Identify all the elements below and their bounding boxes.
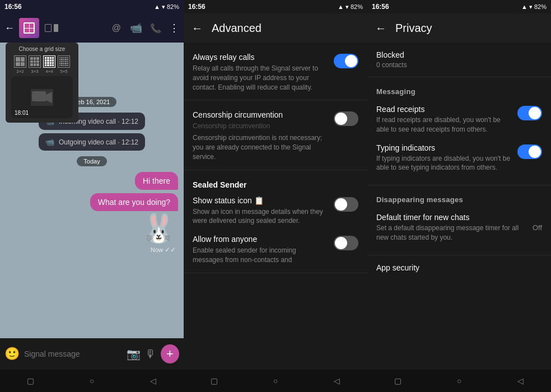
messaging-title: Messaging bbox=[376, 87, 542, 96]
disappearing-section: Disappearing messages Default timer for … bbox=[367, 185, 551, 255]
sealed-sender-section: Sealed Sender Show status icon 📋 Show an… bbox=[184, 170, 367, 273]
default-timer-title: Default timer for new chats bbox=[376, 213, 527, 222]
message-timestamp: Now ✓✓ bbox=[151, 246, 176, 254]
nav-back-3[interactable]: ◁ bbox=[512, 375, 529, 386]
privacy-header: ← Privacy bbox=[367, 13, 551, 43]
nav-circle-1[interactable]: ○ bbox=[83, 375, 100, 386]
message-input[interactable] bbox=[24, 349, 122, 358]
video-call-out-icon: 📹 bbox=[45, 138, 54, 146]
grid-label-4: 5×5 bbox=[60, 69, 68, 74]
signal-strength-icon-3: ▲ bbox=[521, 3, 527, 10]
contact-avatar[interactable] bbox=[19, 18, 39, 38]
sealed-sender-label: Sealed Sender bbox=[193, 180, 358, 189]
outgoing-call-text: Outgoing video call · 12:12 bbox=[59, 138, 138, 146]
nav-bar-1: ▢ ○ ◁ bbox=[0, 370, 184, 392]
grid-label-1: 2×2 bbox=[16, 69, 24, 74]
allow-anyone-title: Allow from anyone bbox=[193, 235, 328, 244]
censorship-row: Censorship circumvention Censorship circ… bbox=[193, 110, 358, 161]
grid-label-2: 3×3 bbox=[31, 69, 39, 74]
messages-container: Feb 16, 2021 📹 Incoming video call · 12:… bbox=[0, 90, 184, 338]
grid-option-3[interactable]: 4×4 bbox=[43, 55, 55, 74]
wifi-icon-2: ▾ bbox=[345, 3, 349, 11]
chat-panel: 16:56 ▲ ▾ 82% ← @ 📹 📞 ⋮ bbox=[0, 0, 184, 392]
phone-call-icon[interactable]: 📞 bbox=[150, 23, 161, 34]
censorship-section: Censorship circumvention Censorship circ… bbox=[184, 100, 367, 170]
status-icons-2: ▲ ▾ 82% bbox=[338, 3, 363, 11]
advanced-title: Advanced bbox=[212, 22, 262, 35]
status-bar-3: 16:56 ▲ ▾ 82% bbox=[367, 0, 551, 13]
battery-1: 82% bbox=[167, 3, 179, 10]
signal-strength-icon: ▲ bbox=[154, 3, 160, 10]
nav-square-1[interactable]: ▢ bbox=[22, 375, 39, 386]
status-icon-toggle[interactable] bbox=[334, 197, 358, 212]
video-call-icon[interactable]: 📹 bbox=[130, 22, 142, 34]
camera-icon[interactable]: 📷 bbox=[127, 347, 141, 361]
today-badge: Today bbox=[77, 156, 106, 166]
back-icon[interactable]: ← bbox=[4, 22, 15, 34]
video-thumbnail: 18:01 bbox=[11, 76, 73, 118]
grid-option-4[interactable]: 5×5 bbox=[58, 55, 70, 74]
blocked-count: 0 contacts bbox=[376, 61, 542, 69]
time-1: 16:56 bbox=[4, 3, 22, 11]
privacy-panel: 16:56 ▲ ▾ 82% ← Privacy Blocked 0 contac… bbox=[367, 0, 551, 392]
default-timer-row[interactable]: Default timer for new chats Set a defaul… bbox=[376, 208, 542, 247]
grid-size-popup: Choose a grid size 2×2 3×3 4×4 5×5 bbox=[6, 43, 78, 123]
grid-option-2[interactable]: 3×3 bbox=[29, 55, 41, 74]
typing-indicators-row: Typing indicators If typing indicators a… bbox=[376, 139, 542, 178]
nav-bar-3: ▢ ○ ◁ bbox=[367, 370, 551, 392]
allow-anyone-desc: Enable sealed sender for incoming messag… bbox=[193, 246, 328, 265]
read-receipts-toggle[interactable] bbox=[517, 106, 542, 120]
grid-option-1[interactable]: 2×2 bbox=[14, 55, 26, 74]
advanced-panel: 16:56 ▲ ▾ 82% ← Advanced Always relay ca… bbox=[184, 0, 367, 392]
chat-body: Choose a grid size 2×2 3×3 4×4 5×5 bbox=[0, 43, 184, 338]
time-3: 16:56 bbox=[372, 3, 389, 11]
nav-circle-2[interactable]: ○ bbox=[267, 375, 284, 386]
blocked-section[interactable]: Blocked 0 contacts bbox=[367, 43, 551, 77]
header-actions: 📹 📞 ⋮ bbox=[130, 22, 179, 34]
advanced-back-icon[interactable]: ← bbox=[192, 22, 203, 35]
nav-square-2[interactable]: ▢ bbox=[206, 375, 223, 386]
read-receipts-row: Read receipts If read receipts are disab… bbox=[376, 100, 542, 139]
battery-2: 82% bbox=[351, 3, 363, 10]
nav-square-3[interactable]: ▢ bbox=[390, 375, 407, 386]
allow-anyone-row: Allow from anyone Enable sealed sender f… bbox=[193, 235, 358, 265]
advanced-header: ← Advanced bbox=[184, 13, 367, 43]
battery-3: 82% bbox=[534, 3, 547, 10]
wifi-icon: ▾ bbox=[162, 3, 165, 11]
advanced-settings-body: Always relay calls Relay all calls throu… bbox=[184, 43, 367, 370]
chat-header: ← @ 📹 📞 ⋮ bbox=[0, 13, 184, 43]
read-receipts-desc: If read receipts are disabled, you won't… bbox=[376, 115, 512, 134]
relay-calls-title: Always relay calls bbox=[193, 53, 328, 62]
typing-indicators-toggle[interactable] bbox=[517, 144, 542, 159]
emoji-icon[interactable]: 🙂 bbox=[4, 347, 20, 361]
allow-anyone-toggle[interactable] bbox=[334, 236, 358, 250]
grid-label-3: 4×4 bbox=[45, 69, 53, 74]
typing-indicators-title: Typing indicators bbox=[376, 143, 512, 152]
nav-back-2[interactable]: ◁ bbox=[328, 375, 345, 386]
status-icons-3: ▲ ▾ 82% bbox=[521, 3, 547, 11]
outgoing-call-bubble: 📹 Outgoing video call · 12:12 bbox=[39, 133, 145, 151]
nav-circle-3[interactable]: ○ bbox=[451, 375, 468, 386]
privacy-title: Privacy bbox=[395, 22, 432, 35]
more-options-icon[interactable]: ⋮ bbox=[169, 22, 179, 34]
censorship-toggle[interactable] bbox=[334, 111, 358, 126]
status-bar-2: 16:56 ▲ ▾ 82% bbox=[184, 0, 367, 13]
svg-rect-1 bbox=[32, 91, 46, 101]
relay-calls-toggle[interactable] bbox=[334, 54, 358, 68]
status-icon-title: Show status icon 📋 bbox=[193, 196, 328, 205]
microphone-icon[interactable]: 🎙 bbox=[145, 348, 156, 361]
message-hi-there: Hi there bbox=[135, 172, 178, 190]
typing-indicators-desc: If typing indicators are disabled, you w… bbox=[376, 154, 512, 173]
rabbit-emoji: 🐰 bbox=[141, 214, 176, 242]
send-button[interactable]: + bbox=[161, 344, 179, 363]
status-bar-1: 16:56 ▲ ▾ 82% bbox=[0, 0, 184, 13]
messaging-section: Messaging Read receipts If read receipts… bbox=[367, 77, 551, 185]
read-receipts-title: Read receipts bbox=[376, 105, 512, 114]
privacy-back-icon[interactable]: ← bbox=[375, 22, 386, 35]
grid-popup-title: Choose a grid size bbox=[10, 46, 74, 52]
relay-calls-desc: Relay all calls through the Signal serve… bbox=[193, 64, 328, 92]
censorship-subtitle: Censorship circumvention bbox=[193, 122, 328, 131]
at-icon[interactable]: @ bbox=[112, 23, 121, 33]
wifi-icon-3: ▾ bbox=[529, 3, 533, 11]
nav-back-1[interactable]: ◁ bbox=[144, 375, 161, 386]
